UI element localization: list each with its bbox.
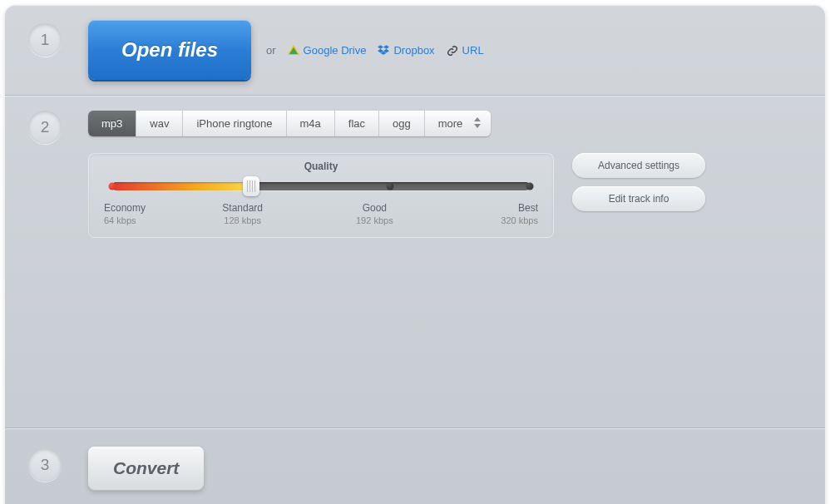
tab-mp3[interactable]: mp3 bbox=[88, 111, 136, 136]
url-link[interactable]: URL bbox=[447, 44, 484, 57]
tab-wav[interactable]: wav bbox=[136, 111, 183, 136]
step-number-2: 2 bbox=[28, 111, 62, 144]
edit-track-info-button[interactable]: Edit track info bbox=[572, 186, 705, 211]
quality-slider[interactable] bbox=[112, 182, 530, 190]
section-convert: 3 Convert bbox=[5, 428, 825, 504]
tab-m4a[interactable]: m4a bbox=[287, 111, 335, 136]
audio-converter-app: 1 Open files or Google Drive Dropbox URL bbox=[5, 5, 825, 504]
tab-more[interactable]: more bbox=[425, 111, 492, 136]
google-drive-icon bbox=[288, 45, 299, 55]
quality-panel: Quality Economy 64 kbps Standard 128 bbox=[88, 153, 554, 238]
quality-label-economy: Economy 64 kbps bbox=[104, 202, 162, 225]
settings-row: Quality Economy 64 kbps Standard 128 bbox=[88, 153, 808, 238]
section-open: 1 Open files or Google Drive Dropbox URL bbox=[5, 5, 825, 96]
slider-stop-best bbox=[526, 183, 534, 190]
quality-labels: Economy 64 kbps Standard 128 kbps Good 1… bbox=[112, 202, 530, 225]
link-icon bbox=[447, 45, 458, 55]
side-buttons: Advanced settings Edit track info bbox=[572, 153, 705, 211]
quality-label-best: Best 320 kbps bbox=[480, 202, 538, 225]
step-number-1: 1 bbox=[28, 23, 62, 57]
dropbox-link[interactable]: Dropbox bbox=[378, 44, 434, 57]
dropbox-icon bbox=[378, 45, 389, 55]
tab-iphone-ringtone[interactable]: iPhone ringtone bbox=[183, 111, 286, 136]
convert-button[interactable]: Convert bbox=[88, 447, 204, 490]
open-row: Open files or Google Drive Dropbox URL bbox=[88, 20, 808, 80]
slider-thumb[interactable] bbox=[243, 176, 259, 196]
quality-label-standard: Standard 128 kbps bbox=[216, 202, 269, 225]
slider-fill bbox=[112, 182, 250, 190]
advanced-settings-button[interactable]: Advanced settings bbox=[572, 153, 705, 178]
google-drive-label: Google Drive bbox=[304, 44, 367, 57]
slider-stop-good bbox=[387, 183, 394, 190]
slider-stop-economy bbox=[109, 183, 116, 190]
quality-label-good: Good 192 kbps bbox=[348, 202, 401, 225]
step-number-3: 3 bbox=[28, 448, 62, 482]
url-label: URL bbox=[462, 44, 484, 57]
open-files-button[interactable]: Open files bbox=[88, 20, 251, 80]
google-drive-link[interactable]: Google Drive bbox=[288, 44, 367, 57]
tab-flac[interactable]: flac bbox=[335, 111, 379, 136]
section-format: 2 mp3 wav iPhone ringtone m4a flac ogg m… bbox=[5, 96, 825, 428]
or-label: or bbox=[266, 44, 276, 57]
quality-title: Quality bbox=[112, 161, 530, 172]
format-tabs: mp3 wav iPhone ringtone m4a flac ogg mor… bbox=[88, 111, 491, 136]
dropbox-label: Dropbox bbox=[393, 44, 434, 57]
tab-ogg[interactable]: ogg bbox=[379, 111, 425, 136]
